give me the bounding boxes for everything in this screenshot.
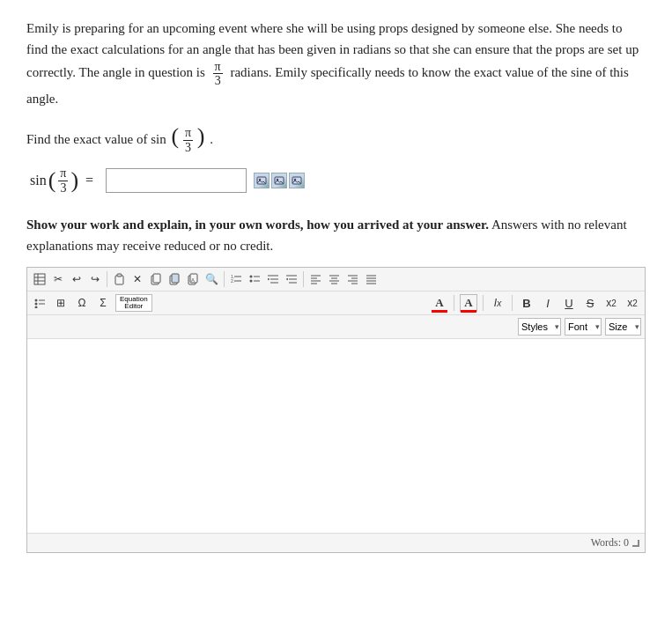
svg-rect-11 xyxy=(117,274,122,277)
editor-container: ✂ ↩ ↪ ✕ A 🔍 1.2. xyxy=(26,267,646,553)
equation-editor-label: EquationEditor xyxy=(120,296,148,310)
toolbar-omega-btn[interactable]: Ω xyxy=(73,294,91,312)
font-select-wrap[interactable]: Font xyxy=(565,318,602,336)
toolbar-underline-btn[interactable]: U xyxy=(560,294,578,312)
svg-point-49 xyxy=(34,299,37,302)
toolbar-ordered-list-btn[interactable]: 1.2. xyxy=(227,270,245,288)
close-paren: ) xyxy=(197,123,205,149)
styles-select-wrap[interactable]: Styles xyxy=(518,318,561,336)
toolbar-align-left-btn[interactable] xyxy=(306,270,324,288)
toolbar-paste-btn[interactable] xyxy=(110,270,128,288)
toolbar-align-right-btn[interactable] xyxy=(343,270,361,288)
editor-area[interactable] xyxy=(27,339,645,533)
toolbar-align-center-btn[interactable] xyxy=(325,270,343,288)
toolbar-table-btn[interactable] xyxy=(31,270,48,288)
sep1 xyxy=(107,271,107,287)
sep3 xyxy=(303,271,304,287)
toolbar-copy-btn[interactable] xyxy=(147,270,165,288)
problem-text: Emily is preparing for an upcoming event… xyxy=(26,18,646,109)
font-select[interactable]: Font xyxy=(565,318,602,336)
toolbar-clear-format-btn[interactable]: Ix xyxy=(489,294,506,312)
svg-rect-13 xyxy=(153,274,160,283)
toolbar-unordered-list-btn[interactable] xyxy=(246,270,263,288)
size-select-wrap[interactable]: Size xyxy=(605,318,641,336)
toolbar-cut-btn[interactable]: ✂ xyxy=(49,270,67,288)
toolbar-copy2-btn[interactable] xyxy=(166,270,183,288)
toolbar-undo-btn[interactable]: ↩ xyxy=(68,270,85,288)
show-work-section: Show your work and explain, in your own … xyxy=(26,214,646,256)
toolbar-italic-btn[interactable]: I xyxy=(539,294,557,312)
toolbar-grid-btn[interactable]: ⊞ xyxy=(52,294,70,312)
equals-sign: = xyxy=(85,173,93,188)
svg-point-25 xyxy=(250,280,253,283)
sin-expression: sin ( π 3 ) = xyxy=(30,166,99,195)
toolbar-row3: Styles Font Size xyxy=(27,315,645,339)
toolbar-bold-btn[interactable]: B xyxy=(518,294,535,312)
svg-point-23 xyxy=(250,276,253,278)
toolbar-font-color-btn[interactable]: A xyxy=(431,294,448,312)
find-section: Find the exact value of sin ( π 3 ) . xyxy=(26,125,646,154)
toolbar-redo-btn[interactable]: ↪ xyxy=(86,270,104,288)
toolbar-delete-btn[interactable]: ✕ xyxy=(129,270,146,288)
answer-row: sin ( π 3 ) = xyxy=(30,166,646,195)
sep2 xyxy=(224,271,225,287)
toolbar-subscript-btn[interactable]: x2 xyxy=(602,294,620,312)
toolbar-copy3-btn[interactable]: A xyxy=(184,270,202,288)
find-text: Find the exact value of sin xyxy=(26,132,166,146)
image-icon-2[interactable] xyxy=(271,173,287,188)
find-fraction: π 3 xyxy=(183,126,193,154)
resize-handle[interactable] xyxy=(632,540,639,547)
toolbar-outdent-btn[interactable] xyxy=(283,270,300,288)
toolbar-strikethrough-btn[interactable]: S xyxy=(581,294,599,312)
sep4 xyxy=(454,295,454,311)
answer-fraction: π 3 xyxy=(58,166,68,195)
big-open-paren: ( xyxy=(48,169,56,192)
toolbar-sigma-btn[interactable]: Σ xyxy=(94,294,112,312)
sep6 xyxy=(512,295,513,311)
answer-icon-group xyxy=(254,173,305,188)
toolbar-row2: ⊞ Ω Σ EquationEditor A A Ix B I U S x2 x… xyxy=(27,291,645,315)
toolbar-font-highlight-btn[interactable]: A xyxy=(460,294,477,312)
word-count: Words: 0 xyxy=(591,536,629,550)
svg-point-53 xyxy=(34,306,37,309)
svg-rect-15 xyxy=(172,274,179,283)
svg-text:2.: 2. xyxy=(231,278,234,284)
sep5 xyxy=(483,295,484,311)
svg-point-51 xyxy=(34,303,37,306)
image-icon-3[interactable] xyxy=(289,173,305,188)
size-select[interactable]: Size xyxy=(605,318,641,336)
editor-footer: Words: 0 xyxy=(27,533,645,552)
big-close-paren: ) xyxy=(70,169,78,192)
image-icon-1[interactable] xyxy=(254,173,270,188)
toolbar-superscript-btn[interactable]: x2 xyxy=(624,294,641,312)
toolbar-find-btn[interactable]: 🔍 xyxy=(203,270,221,288)
open-paren: ( xyxy=(171,123,179,149)
answer-input[interactable] xyxy=(106,168,247,193)
toolbar-indent-btn[interactable] xyxy=(264,270,282,288)
sin-label: sin xyxy=(30,173,47,188)
styles-select[interactable]: Styles xyxy=(518,318,561,336)
format-group: A A Ix B I U S x2 x2 xyxy=(431,294,641,312)
problem-fraction: π 3 xyxy=(213,60,223,88)
find-text-period: . xyxy=(210,132,213,146)
toolbar-justify-btn[interactable] xyxy=(362,270,380,288)
svg-text:A: A xyxy=(191,277,195,283)
toolbar-equation-editor-btn[interactable]: EquationEditor xyxy=(115,294,152,312)
toolbar-row1: ✂ ↩ ↪ ✕ A 🔍 1.2. xyxy=(27,268,645,291)
show-work-bold: Show your work and explain, in your own … xyxy=(26,218,489,232)
svg-rect-6 xyxy=(34,274,45,284)
toolbar-bullet-btn[interactable] xyxy=(31,294,48,312)
